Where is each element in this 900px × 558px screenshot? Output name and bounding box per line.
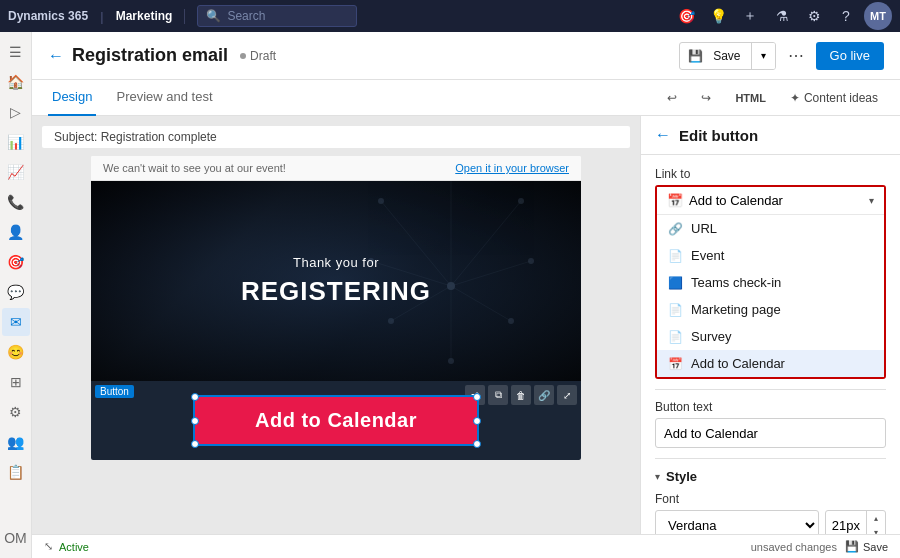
plus-icon[interactable]: ＋ (736, 2, 764, 30)
option-marketing-page-label: Marketing page (691, 302, 781, 317)
option-url[interactable]: 🔗 URL (657, 215, 884, 242)
lightbulb-icon[interactable]: 💡 (704, 2, 732, 30)
phone-icon[interactable]: 📞 (2, 188, 30, 216)
save-icon: 💾 (680, 49, 703, 63)
button-text-label: Button text (655, 400, 886, 414)
option-event[interactable]: 📄 Event (657, 242, 884, 269)
goal-icon[interactable]: 🎯 (672, 2, 700, 30)
handle-middle-right[interactable] (473, 417, 481, 425)
status-save-button[interactable]: 💾 Save (845, 540, 888, 553)
filter-icon[interactable]: ⚗ (768, 2, 796, 30)
option-add-to-calendar-label: Add to Calendar (691, 356, 785, 371)
draft-label: Draft (250, 49, 276, 63)
save-dropdown-arrow[interactable]: ▾ (751, 42, 775, 70)
dropdown-options-list: 🔗 URL 📄 Event 🟦 Teams check-in (657, 214, 884, 377)
target-icon[interactable]: 🎯 (2, 248, 30, 276)
tab-design[interactable]: Design (48, 80, 96, 116)
undo-button[interactable]: ↩ (661, 89, 683, 107)
svg-point-11 (508, 318, 514, 324)
font-size-spinner[interactable]: 21px ▴ ▾ (825, 510, 886, 534)
button-text-input[interactable] (655, 418, 886, 448)
brand-d365: Dynamics 365 (8, 9, 88, 23)
brand-module: Marketing (116, 9, 173, 23)
tab-preview[interactable]: Preview and test (112, 80, 216, 116)
unsaved-changes-text: unsaved changes (751, 541, 837, 553)
hero-text: Thank you for REGISTERING (221, 255, 451, 307)
handle-top-left[interactable] (191, 393, 199, 401)
header-actions: 💾 Save ▾ ⋯ Go live (679, 42, 884, 70)
draft-dot (240, 53, 246, 59)
style-section-label: Style (666, 469, 697, 484)
option-survey-label: Survey (691, 329, 731, 344)
svg-point-9 (518, 198, 524, 204)
go-live-button[interactable]: Go live (816, 42, 884, 70)
svg-point-15 (378, 198, 384, 204)
resize-icon[interactable]: ⤢ (557, 385, 577, 405)
duplicate-icon[interactable]: ⧉ (488, 385, 508, 405)
option-teams-label: Teams check-in (691, 275, 781, 290)
save-small-label: Save (863, 541, 888, 553)
option-url-label: URL (691, 221, 717, 236)
leads-icon[interactable]: 📊 (2, 128, 30, 156)
more-options-button[interactable]: ⋯ (782, 42, 810, 70)
handle-middle-left[interactable] (191, 417, 199, 425)
option-teams[interactable]: 🟦 Teams check-in (657, 269, 884, 296)
handle-bottom-left[interactable] (191, 440, 199, 448)
svg-line-2 (451, 261, 531, 286)
html-button[interactable]: HTML (729, 90, 772, 106)
tab-bar: Design Preview and test ↩ ↪ HTML ✦ Conte… (32, 80, 900, 116)
teams-icon: 🟦 (667, 276, 683, 290)
chat-icon[interactable]: 💬 (2, 278, 30, 306)
people-icon[interactable]: 👥 (2, 428, 30, 456)
analytics-icon[interactable]: 📈 (2, 158, 30, 186)
style-section-header[interactable]: ▾ Style (655, 469, 886, 484)
svg-point-10 (528, 258, 534, 264)
subject-value: Registration complete (101, 130, 217, 144)
calendar-icon: 📅 (667, 193, 683, 208)
save-button[interactable]: Save (703, 42, 750, 70)
size-up-arrow[interactable]: ▴ (867, 511, 885, 525)
delete-icon[interactable]: 🗑 (511, 385, 531, 405)
link-icon[interactable]: 🔗 (534, 385, 554, 405)
grid-icon[interactable]: ⊞ (2, 368, 30, 396)
cta-button-wrapper[interactable]: Add to Calendar (193, 395, 479, 446)
home-icon[interactable]: 🏠 (2, 68, 30, 96)
panel-body: Link to 📅 Add to Calendar ▾ 🔗 (641, 155, 900, 534)
cta-button[interactable]: Add to Calendar (195, 397, 477, 444)
help-icon[interactable]: ? (832, 2, 860, 30)
chart-icon[interactable]: 📋 (2, 458, 30, 486)
size-down-arrow[interactable]: ▾ (867, 525, 885, 534)
search-container[interactable]: 🔍 (197, 5, 357, 27)
handle-top-right[interactable] (473, 393, 481, 401)
search-input[interactable] (227, 9, 347, 23)
user-avatar-icon[interactable]: OM (2, 524, 30, 552)
handle-bottom-right[interactable] (473, 440, 481, 448)
content-ideas-label: Content ideas (804, 91, 878, 105)
person-icon[interactable]: 👤 (2, 218, 30, 246)
content-ideas-button[interactable]: ✦ Content ideas (784, 89, 884, 107)
chevron-down-icon: ▾ (655, 471, 660, 482)
mail-icon[interactable]: ✉ (2, 308, 30, 336)
font-select[interactable]: Verdana Arial Times New Roman (655, 510, 819, 534)
link-to-dropdown[interactable]: 📅 Add to Calendar ▾ 🔗 URL 📄 (655, 185, 886, 379)
option-marketing-page[interactable]: 📄 Marketing page (657, 296, 884, 323)
html-label: HTML (735, 92, 766, 104)
expand-icon[interactable]: ⤡ (44, 540, 53, 553)
menu-icon[interactable]: ☰ (2, 38, 30, 66)
dropdown-selected-row[interactable]: 📅 Add to Calendar ▾ (657, 187, 884, 214)
avatar[interactable]: MT (864, 2, 892, 30)
cog-icon[interactable]: ⚙ (2, 398, 30, 426)
redo-button[interactable]: ↪ (695, 89, 717, 107)
panel-back-button[interactable]: ← (655, 126, 671, 144)
open-in-browser-link[interactable]: Open it in your browser (455, 162, 569, 174)
email-canvas: We can't wait to see you at our event! O… (91, 156, 581, 460)
play-icon[interactable]: ▷ (2, 98, 30, 126)
survey-icon: 📄 (667, 330, 683, 344)
option-survey[interactable]: 📄 Survey (657, 323, 884, 350)
back-button[interactable]: ← (48, 47, 64, 65)
svg-line-3 (451, 286, 511, 321)
url-icon: 🔗 (667, 222, 683, 236)
emoji-icon[interactable]: 😊 (2, 338, 30, 366)
option-add-to-calendar[interactable]: 📅 Add to Calendar (657, 350, 884, 377)
settings-icon[interactable]: ⚙ (800, 2, 828, 30)
